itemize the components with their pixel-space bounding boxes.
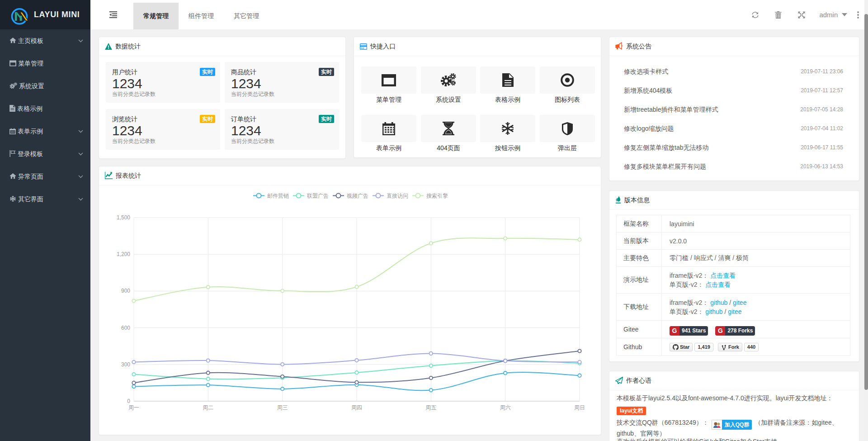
- svg-text:周六: 周六: [500, 404, 511, 411]
- svg-text:0: 0: [127, 398, 130, 404]
- svg-text:600: 600: [121, 325, 130, 331]
- svg-text:300: 300: [121, 361, 130, 368]
- svg-text:视频广告: 视频广告: [346, 193, 368, 199]
- svg-text:周一: 周一: [128, 404, 139, 411]
- svg-text:联盟广告: 联盟广告: [307, 193, 329, 199]
- svg-text:1,500: 1,500: [117, 214, 130, 221]
- svg-text:周四: 周四: [351, 404, 362, 411]
- svg-text:周五: 周五: [425, 404, 436, 411]
- svg-text:直接访问: 直接访问: [387, 193, 408, 199]
- svg-text:周三: 周三: [277, 404, 288, 411]
- svg-text:900: 900: [121, 288, 130, 294]
- svg-text:搜索引擎: 搜索引擎: [426, 193, 448, 199]
- svg-text:周日: 周日: [574, 404, 585, 411]
- svg-text:周二: 周二: [203, 404, 213, 411]
- svg-text:1,200: 1,200: [117, 251, 130, 257]
- svg-text:邮件营销: 邮件营销: [267, 193, 289, 199]
